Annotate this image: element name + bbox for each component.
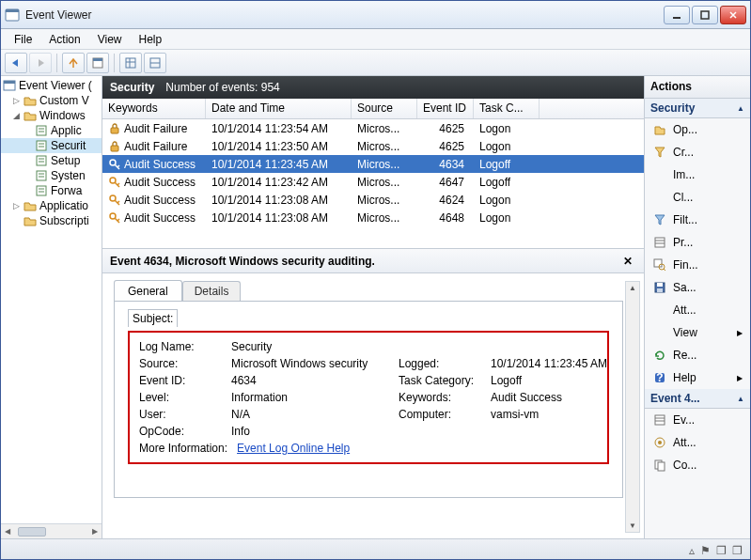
val-level: Information bbox=[231, 391, 391, 404]
action-item[interactable]: Att... bbox=[645, 299, 750, 321]
col-datetime[interactable]: Date and Time bbox=[206, 99, 352, 118]
col-taskcat[interactable]: Task C... bbox=[474, 99, 540, 118]
menu-view[interactable]: View bbox=[90, 31, 130, 48]
key-icon bbox=[108, 158, 121, 171]
svg-rect-13 bbox=[37, 126, 46, 135]
table-row[interactable]: Audit Success 10/1/2014 11:23:45 AM Micr… bbox=[102, 155, 644, 173]
svg-rect-2 bbox=[673, 17, 681, 19]
tree-item[interactable]: Forwa bbox=[1, 183, 102, 198]
folder-icon bbox=[23, 94, 37, 107]
help-icon: ? bbox=[652, 370, 667, 385]
tab-general[interactable]: General bbox=[114, 280, 182, 302]
action-item[interactable]: Cl... bbox=[645, 186, 750, 209]
val-logname: Security bbox=[231, 340, 607, 353]
tray-chevron-icon[interactable]: ▵ bbox=[689, 544, 695, 557]
action-item[interactable]: Co... bbox=[645, 454, 750, 476]
action-item[interactable]: ?Help▶ bbox=[645, 366, 750, 389]
link-online-help[interactable]: Event Log Online Help bbox=[237, 442, 350, 455]
tab-details[interactable]: Details bbox=[182, 281, 242, 303]
svg-rect-16 bbox=[37, 141, 46, 150]
action-item[interactable]: Pr... bbox=[645, 231, 750, 254]
detail-close-button[interactable]: ✕ bbox=[619, 255, 636, 268]
lbl-taskcat: Task Category: bbox=[399, 374, 483, 387]
detail-pane: Event 4634, Microsoft Windows security a… bbox=[102, 249, 644, 538]
save-icon bbox=[652, 280, 667, 295]
tree-hscroll[interactable]: ◀▶ bbox=[1, 523, 102, 538]
table-row[interactable]: Audit Success 10/1/2014 11:23:08 AM Micr… bbox=[102, 209, 644, 226]
val-keywords: Audit Success bbox=[491, 391, 607, 404]
action-item[interactable]: View▶ bbox=[645, 321, 750, 344]
grid-header[interactable]: Keywords Date and Time Source Event ID T… bbox=[102, 99, 644, 119]
svg-rect-51 bbox=[658, 462, 665, 471]
up-button[interactable] bbox=[62, 53, 85, 73]
tray-flag-icon[interactable]: ⚑ bbox=[700, 544, 711, 557]
tree-item[interactable]: Securit bbox=[1, 138, 102, 153]
actions-section-security[interactable]: Security▲ bbox=[645, 99, 750, 118]
menu-help[interactable]: Help bbox=[132, 31, 170, 48]
find-icon bbox=[652, 257, 667, 272]
grid-body[interactable]: Audit Failure 10/1/2014 11:23:54 AM Micr… bbox=[102, 119, 644, 249]
col-source[interactable]: Source bbox=[352, 99, 417, 118]
tree-item[interactable]: Systen bbox=[1, 168, 102, 183]
menu-action[interactable]: Action bbox=[41, 31, 87, 48]
action-item[interactable]: Fin... bbox=[645, 254, 750, 276]
tree-root[interactable]: Event Viewer ( bbox=[1, 78, 102, 93]
table-row[interactable]: Audit Failure 10/1/2014 11:23:50 AM Micr… bbox=[102, 137, 644, 155]
action-item[interactable]: Att... bbox=[645, 431, 750, 454]
tree-item[interactable]: Applic bbox=[1, 123, 102, 138]
tree-item[interactable]: ▷Custom V bbox=[1, 93, 102, 108]
col-eventid[interactable]: Event ID bbox=[417, 99, 474, 118]
attach-icon bbox=[652, 435, 667, 450]
svg-rect-42 bbox=[657, 288, 663, 292]
minimize-button[interactable] bbox=[664, 6, 690, 24]
close-button[interactable] bbox=[720, 6, 746, 24]
menu-file[interactable]: File bbox=[7, 31, 39, 48]
tray-icon[interactable]: ❐ bbox=[716, 544, 727, 557]
action-item[interactable]: Cr... bbox=[645, 141, 750, 163]
tree-item[interactable]: Setup bbox=[1, 153, 102, 168]
svg-rect-19 bbox=[37, 156, 46, 165]
val-computer: vamsi-vm bbox=[491, 408, 607, 421]
action-item[interactable]: Im... bbox=[645, 163, 750, 186]
forward-button[interactable] bbox=[29, 53, 52, 73]
detail-scroll[interactable]: ▲▼ bbox=[625, 281, 640, 533]
tree-item[interactable]: Subscripti bbox=[1, 213, 102, 228]
tree-item[interactable]: ▷Applicatio bbox=[1, 198, 102, 213]
center-pane: Security Number of events: 954 Keywords … bbox=[102, 76, 645, 538]
table-row[interactable]: Audit Success 10/1/2014 11:23:08 AM Micr… bbox=[102, 191, 644, 209]
col-keywords[interactable]: Keywords bbox=[102, 99, 206, 118]
action-item[interactable]: Re... bbox=[645, 344, 750, 366]
maximize-button[interactable] bbox=[692, 6, 718, 24]
actions-section-event[interactable]: Event 4...▲ bbox=[645, 389, 750, 409]
folder-icon bbox=[35, 169, 48, 182]
eventviewer-icon bbox=[3, 79, 16, 92]
lbl-logname: Log Name: bbox=[139, 340, 224, 353]
folder-icon bbox=[35, 154, 48, 167]
tree-item[interactable]: ◢Windows bbox=[1, 108, 102, 123]
action-item[interactable]: Filt... bbox=[645, 209, 750, 231]
view-list-button[interactable] bbox=[119, 53, 142, 73]
table-row[interactable]: Audit Failure 10/1/2014 11:23:54 AM Micr… bbox=[102, 119, 644, 137]
back-button[interactable] bbox=[5, 53, 27, 73]
view-detail-button[interactable] bbox=[144, 53, 166, 73]
event-grid: Keywords Date and Time Source Event ID T… bbox=[102, 99, 644, 249]
titlebar: Event Viewer bbox=[1, 1, 750, 29]
action-item[interactable]: Sa... bbox=[645, 276, 750, 299]
val-source: Microsoft Windows security bbox=[231, 357, 391, 370]
properties-button[interactable] bbox=[86, 53, 109, 73]
tray-icon[interactable]: ❐ bbox=[732, 544, 743, 557]
table-row[interactable]: Audit Success 10/1/2014 11:23:42 AM Micr… bbox=[102, 173, 644, 191]
detail-title-bar: Event 4634, Microsoft Windows security a… bbox=[102, 249, 644, 273]
window-title: Event Viewer bbox=[25, 8, 664, 22]
action-item[interactable]: Ev... bbox=[645, 409, 750, 431]
svg-rect-45 bbox=[655, 415, 665, 425]
svg-rect-6 bbox=[126, 58, 135, 68]
val-opcode: Info bbox=[231, 425, 607, 438]
props-icon bbox=[652, 235, 667, 250]
key-icon bbox=[108, 194, 121, 207]
lbl-level: Level: bbox=[139, 391, 224, 404]
refresh-icon bbox=[652, 348, 667, 363]
blank-icon bbox=[652, 190, 667, 205]
action-item[interactable]: Op... bbox=[645, 118, 750, 141]
lock-icon bbox=[108, 140, 121, 153]
